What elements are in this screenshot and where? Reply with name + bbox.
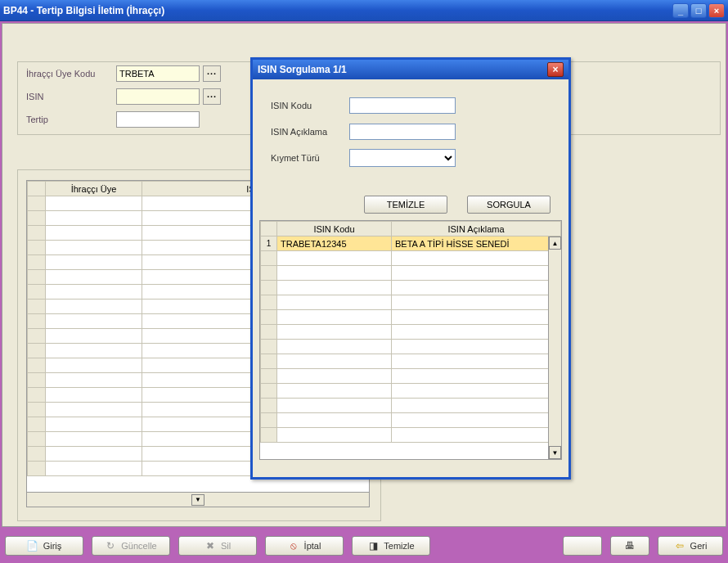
sil-button[interactable]: ✖ Sil [178,536,257,556]
isin-lookup-button[interactable]: ∙∙∙ [203,88,221,105]
temizle-label: Temizle [384,541,414,551]
scroll-up-button[interactable]: ▲ [549,236,561,250]
document-icon: 📄 [27,540,38,552]
sil-label: Sil [221,541,231,551]
close-button[interactable]: × [708,3,725,18]
dlg-isin-aciklama-input[interactable] [349,124,456,140]
table-row[interactable]: 1 TRABETA12345 BETA A TİPİ HİSSE SENEDİ [261,236,561,251]
titlebar: BP44 - Tertip Bilgisi İletim (İhraççı) _… [0,0,728,21]
ihracci-uye-kodu-lookup-button[interactable]: ∙∙∙ [203,65,221,82]
tertip-label: Tertip [18,115,116,124]
iptal-button[interactable]: ⦸ İptal [265,536,344,556]
dlg-isin-aciklama-label: ISIN Açıklama [271,127,349,137]
ihracci-uye-kodu-label: İhraççı Üye Kodu [18,69,116,79]
dialog-titlebar: ISIN Sorgulama 1/1 × [253,60,568,79]
dlg-isin-kodu-label: ISIN Kodu [271,101,349,110]
back-arrow-icon: ⇦ [674,540,685,552]
maximize-button[interactable]: □ [690,3,707,18]
ellipsis-icon: ∙∙∙ [207,92,217,101]
temizle-button[interactable]: ◨ Temizle [352,536,430,556]
minimize-button[interactable]: _ [672,3,689,18]
dialog-results-grid[interactable]: ISIN Kodu ISIN Açıklama 1 TRABETA12345 B… [259,220,562,460]
dialog-close-button[interactable]: × [547,62,564,77]
dlg-sorgula-button[interactable]: SORGULA [467,196,550,214]
grid-scroll-footer: ▼ [27,492,369,507]
dlg-kiymet-turu-label: Kıymet Türü [271,153,349,163]
cancel-icon: ⦸ [288,540,299,552]
dlg-col-isin-aciklama[interactable]: ISIN Açıklama [392,222,561,236]
guncelle-button[interactable]: ↻ Güncelle [92,536,170,556]
main-window: BP44 - Tertip Bilgisi İletim (İhraççı) _… [0,0,728,563]
cell-isin: TRABETA12345 [277,236,392,251]
delete-icon: ✖ [204,540,216,552]
print-button[interactable]: 🖶 [610,536,649,556]
printer-icon: 🖶 [624,540,636,552]
row-number: 1 [261,236,277,251]
grid-corner [28,182,46,196]
refresh-icon: ↻ [105,540,116,552]
giris-button[interactable]: 📄 Giriş [5,536,83,556]
scroll-down-button[interactable]: ▼ [191,494,204,506]
dlg-temizle-button[interactable]: TEMİZLE [364,196,447,214]
isin-sorgulama-dialog: ISIN Sorgulama 1/1 × ISIN Kodu ISIN Açık… [250,57,571,480]
eraser-icon: ◨ [367,540,379,552]
scroll-down-button[interactable]: ▼ [549,446,561,459]
dlg-sorgula-label: SORGULA [487,200,531,209]
ihracci-uye-kodu-input[interactable] [116,65,200,82]
dlg-isin-kodu-input[interactable] [349,97,456,114]
ellipsis-icon: ∙∙∙ [207,69,217,79]
isin-label: ISIN [18,92,116,101]
geri-button[interactable]: ⇦ Geri [658,536,723,556]
guncelle-label: Güncelle [121,541,156,551]
cell-aciklama: BETA A TİPİ HİSSE SENEDİ [392,236,561,251]
dlg-grid-corner [261,222,277,236]
giris-label: Giriş [43,541,62,551]
col-ihracci-uye[interactable]: İhraççı Üye [46,182,142,196]
window-title: BP44 - Tertip Bilgisi İletim (İhraççı) [3,5,671,16]
dialog-title: ISIN Sorgulama 1/1 [258,64,347,75]
isin-input[interactable] [116,88,200,105]
dialog-body: ISIN Kodu ISIN Açıklama Kıymet Türü [253,79,568,179]
iptal-label: İptal [304,541,321,551]
geri-label: Geri [690,541,708,551]
dlg-kiymet-turu-select[interactable] [349,149,456,167]
dlg-vertical-scrollbar[interactable]: ▲ ▼ [548,236,561,459]
bottom-toolbar: 📄 Giriş ↻ Güncelle ✖ Sil ⦸ İptal ◨ Temiz… [0,529,728,563]
blank-button[interactable] [563,536,602,556]
tertip-input[interactable] [116,111,200,128]
dlg-temizle-label: TEMİZLE [387,200,425,209]
dlg-col-isin-kodu[interactable]: ISIN Kodu [277,222,392,236]
